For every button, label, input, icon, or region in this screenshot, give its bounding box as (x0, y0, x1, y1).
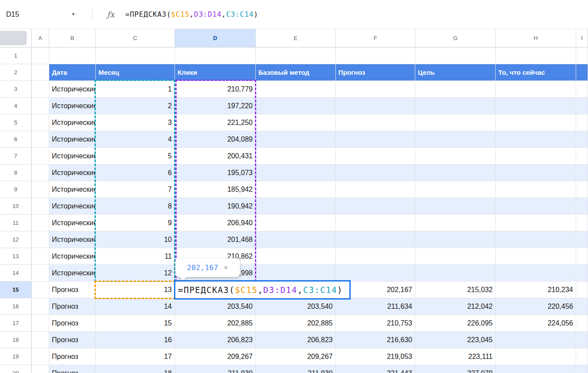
cell-D17[interactable]: 202,885 (175, 315, 256, 332)
cell-G16[interactable]: 212,042 (415, 298, 496, 315)
cell-C9[interactable]: 7 (96, 181, 175, 198)
cell-C6[interactable]: 4 (96, 131, 175, 148)
cell-H20[interactable] (496, 365, 576, 373)
cell-E4[interactable] (256, 98, 336, 114)
cell-A9[interactable] (32, 181, 49, 198)
cell-D7[interactable]: 200,431 (175, 148, 256, 165)
cell-H5[interactable] (496, 114, 576, 131)
cell-C11[interactable]: 9 (96, 215, 175, 231)
cell-G17[interactable]: 226,095 (415, 315, 496, 332)
row-header-15[interactable]: 15 (0, 282, 32, 298)
cell-C10[interactable]: 8 (96, 198, 175, 215)
cell-H10[interactable] (496, 198, 576, 215)
cell-I1[interactable] (576, 48, 588, 64)
cell-C2[interactable]: Месяц (96, 64, 175, 81)
cell-F8[interactable] (336, 165, 415, 181)
cell-D5[interactable]: 221,250 (175, 114, 256, 131)
cell-F7[interactable] (336, 148, 415, 165)
cell-G10[interactable] (415, 198, 496, 215)
cell-B15[interactable]: Прогноз (49, 282, 96, 298)
cell-D16[interactable]: 203,540 (175, 298, 256, 315)
cell-G1[interactable] (415, 48, 496, 64)
cell-B8[interactable]: Исторические (49, 165, 96, 181)
cell-A15[interactable] (32, 282, 49, 298)
row-header-7[interactable]: 7 (0, 148, 32, 165)
column-header-H[interactable]: H (496, 29, 576, 48)
cell-C5[interactable]: 3 (96, 114, 175, 131)
cell-D11[interactable]: 206,940 (175, 215, 256, 231)
name-box[interactable]: D15 ▼ (0, 0, 92, 29)
cell-C16[interactable]: 14 (96, 298, 175, 315)
cell-F2[interactable]: Прогноз (336, 64, 415, 81)
cell-B17[interactable]: Прогноз (49, 315, 96, 332)
cell-I15[interactable] (576, 282, 588, 298)
cell-B12[interactable]: Исторические (49, 231, 96, 248)
cell-I20[interactable] (576, 365, 588, 373)
cell-I18[interactable] (576, 332, 588, 348)
cell-B1[interactable] (49, 48, 96, 64)
cell-E16[interactable]: 203,540 (256, 298, 336, 315)
cell-D19[interactable]: 209,267 (175, 348, 256, 365)
cell-H17[interactable]: 224,056 (496, 315, 576, 332)
cell-B7[interactable]: Исторические (49, 148, 96, 165)
row-header-17[interactable]: 17 (0, 315, 32, 332)
cell-B19[interactable]: Прогноз (49, 348, 96, 365)
cell-I3[interactable] (576, 81, 588, 98)
cell-G20[interactable]: 227,079 (415, 365, 496, 373)
cell-F4[interactable] (336, 98, 415, 114)
cell-B10[interactable]: Исторические (49, 198, 96, 215)
cell-H4[interactable] (496, 98, 576, 114)
cell-editor[interactable]: =ПРЕДСКАЗ($C15,D3:D14,C3:C14) (174, 280, 351, 300)
cell-I9[interactable] (576, 181, 588, 198)
cell-A14[interactable] (32, 265, 49, 282)
cell-D6[interactable]: 204,089 (175, 131, 256, 148)
cell-A12[interactable] (32, 231, 49, 248)
cell-C19[interactable]: 17 (96, 348, 175, 365)
row-header-19[interactable]: 19 (0, 348, 32, 365)
cell-C18[interactable]: 16 (96, 332, 175, 348)
cell-G14[interactable] (415, 265, 496, 282)
cell-H13[interactable] (496, 248, 576, 265)
cell-F9[interactable] (336, 181, 415, 198)
cell-F10[interactable] (336, 198, 415, 215)
cell-H16[interactable]: 220,456 (496, 298, 576, 315)
cell-I16[interactable] (576, 298, 588, 315)
cell-I11[interactable] (576, 215, 588, 231)
cell-G4[interactable] (415, 98, 496, 114)
cell-G18[interactable]: 223,045 (415, 332, 496, 348)
cell-B5[interactable]: Исторические (49, 114, 96, 131)
cell-G7[interactable] (415, 148, 496, 165)
row-header-12[interactable]: 12 (0, 231, 32, 248)
cell-F18[interactable]: 216,630 (336, 332, 415, 348)
cell-C4[interactable]: 2 (96, 98, 175, 114)
cell-E10[interactable] (256, 198, 336, 215)
cell-F12[interactable] (336, 231, 415, 248)
column-header-F[interactable]: F (336, 29, 415, 48)
cell-H15[interactable]: 210,234 (496, 282, 576, 298)
cell-E8[interactable] (256, 165, 336, 181)
row-header-4[interactable]: 4 (0, 98, 32, 114)
cell-G12[interactable] (415, 231, 496, 248)
cell-G2[interactable]: Цель (415, 64, 496, 81)
cell-B13[interactable]: Исторические (49, 248, 96, 265)
close-icon[interactable]: ✕ (224, 264, 229, 271)
cell-A3[interactable] (32, 81, 49, 98)
cell-F5[interactable] (336, 114, 415, 131)
cell-E19[interactable]: 209,267 (256, 348, 336, 365)
cell-C20[interactable]: 18 (96, 365, 175, 373)
cell-A7[interactable] (32, 148, 49, 165)
cell-E18[interactable]: 206,823 (256, 332, 336, 348)
cell-B14[interactable]: Исторические (49, 265, 96, 282)
column-header-G[interactable]: G (415, 29, 496, 48)
cell-D20[interactable]: 211,930 (175, 365, 256, 373)
cell-A5[interactable] (32, 114, 49, 131)
cell-H11[interactable] (496, 215, 576, 231)
row-header-14[interactable]: 14 (0, 265, 32, 282)
cell-D12[interactable]: 201,468 (175, 231, 256, 248)
cell-C12[interactable]: 10 (96, 231, 175, 248)
cell-A13[interactable] (32, 248, 49, 265)
cell-H19[interactable] (496, 348, 576, 365)
cell-E14[interactable] (256, 265, 336, 282)
cell-E5[interactable] (256, 114, 336, 131)
cell-F19[interactable]: 219,053 (336, 348, 415, 365)
